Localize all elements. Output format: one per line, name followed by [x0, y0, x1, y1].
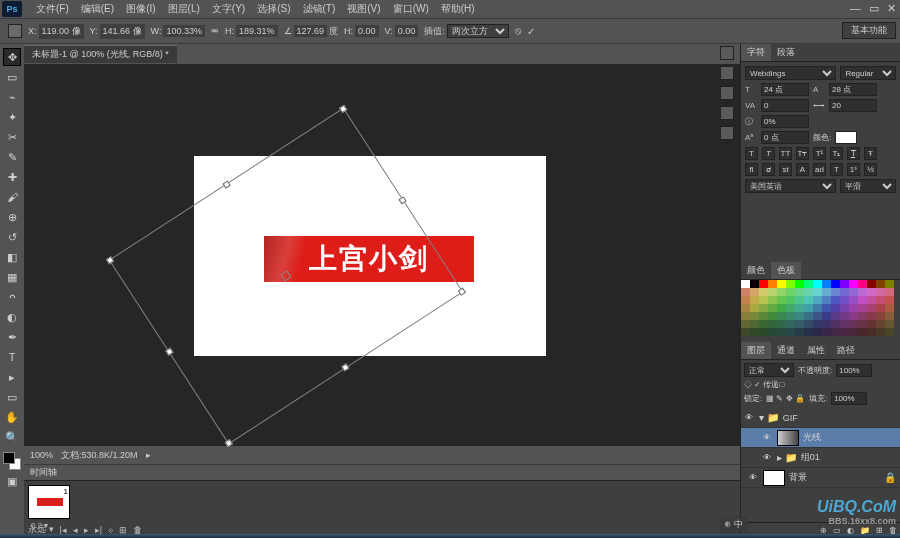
- panel-icon-5[interactable]: [720, 126, 734, 140]
- transform-icon[interactable]: [8, 24, 22, 38]
- shape-tool[interactable]: ▭: [3, 388, 21, 406]
- canvas-viewport[interactable]: 上宫小剑: [24, 64, 740, 446]
- swatch[interactable]: [822, 312, 831, 320]
- swatch[interactable]: [777, 280, 786, 288]
- menu-选择(S)[interactable]: 选择(S): [251, 2, 296, 16]
- swatch[interactable]: [795, 312, 804, 320]
- swatch[interactable]: [813, 296, 822, 304]
- text-color-swatch[interactable]: [835, 131, 857, 144]
- swatch[interactable]: [885, 304, 894, 312]
- menu-文字(Y)[interactable]: 文字(Y): [206, 2, 251, 16]
- move-tool[interactable]: ✥: [3, 48, 21, 66]
- swatch[interactable]: [831, 320, 840, 328]
- swatch[interactable]: [858, 296, 867, 304]
- sub-button[interactable]: T₁: [830, 147, 843, 160]
- fg-bg-colors[interactable]: [3, 452, 21, 470]
- panel-icon-4[interactable]: [720, 106, 734, 120]
- caps-button[interactable]: TT: [779, 147, 792, 160]
- swatch[interactable]: [840, 304, 849, 312]
- swatch[interactable]: [849, 304, 858, 312]
- crop-tool[interactable]: ✂: [3, 128, 21, 146]
- tl-tween-icon[interactable]: ⟐: [108, 525, 113, 535]
- baseline-input[interactable]: [761, 131, 809, 144]
- history-brush-tool[interactable]: ↺: [3, 228, 21, 246]
- minimize-button[interactable]: —: [850, 2, 861, 15]
- swatch[interactable]: [849, 320, 858, 328]
- layer-item[interactable]: 👁光线: [741, 428, 900, 448]
- cancel-transform-icon[interactable]: ⦸: [515, 25, 521, 37]
- menu-窗口(W)[interactable]: 窗口(W): [387, 2, 435, 16]
- opt-h[interactable]: 189.31%: [236, 25, 278, 37]
- swatch[interactable]: [849, 312, 858, 320]
- swatch[interactable]: [867, 296, 876, 304]
- swatch[interactable]: [795, 320, 804, 328]
- aa-select[interactable]: 平滑: [840, 179, 896, 193]
- swatch[interactable]: [768, 328, 777, 336]
- swatch[interactable]: [822, 304, 831, 312]
- swatch[interactable]: [741, 280, 750, 288]
- kerning-input[interactable]: [761, 99, 809, 112]
- tab-swatches[interactable]: 色板: [771, 262, 801, 279]
- eyedropper-tool[interactable]: ✎: [3, 148, 21, 166]
- blend-mode-select[interactable]: 正常: [744, 363, 794, 377]
- swatch[interactable]: [840, 320, 849, 328]
- swatch[interactable]: [840, 280, 849, 288]
- swatch[interactable]: [777, 320, 786, 328]
- swatch[interactable]: [813, 304, 822, 312]
- swatch[interactable]: [741, 288, 750, 296]
- panel-icon-3[interactable]: [720, 86, 734, 100]
- workspace-switcher[interactable]: 基本功能: [842, 22, 896, 39]
- swatch[interactable]: [786, 296, 795, 304]
- lang-select[interactable]: 美国英语: [745, 179, 836, 193]
- swatch[interactable]: [885, 328, 894, 336]
- hand-tool[interactable]: ✋: [3, 408, 21, 426]
- swatch[interactable]: [840, 312, 849, 320]
- frame-1[interactable]: 1 0.2 ▾: [28, 485, 70, 519]
- font-style-select[interactable]: Regular: [840, 66, 896, 80]
- swatch[interactable]: [741, 304, 750, 312]
- italic-button[interactable]: T: [762, 147, 775, 160]
- swatch[interactable]: [876, 296, 885, 304]
- swatch[interactable]: [759, 328, 768, 336]
- swatch[interactable]: [741, 312, 750, 320]
- swatch[interactable]: [885, 288, 894, 296]
- tab-colors[interactable]: 颜色: [741, 262, 771, 279]
- swatch[interactable]: [867, 288, 876, 296]
- dodge-tool[interactable]: ◐: [3, 308, 21, 326]
- swatch[interactable]: [786, 312, 795, 320]
- swatch[interactable]: [858, 312, 867, 320]
- panel-icon-1[interactable]: [720, 46, 734, 60]
- layer-group-gif[interactable]: 👁 ▾ 📁 GIF: [741, 408, 900, 428]
- lasso-tool[interactable]: ⌁: [3, 88, 21, 106]
- font-size-input[interactable]: [761, 83, 809, 96]
- swatch[interactable]: [876, 312, 885, 320]
- swatch[interactable]: [831, 328, 840, 336]
- canvas[interactable]: 上宫小剑: [194, 156, 546, 356]
- opt-w[interactable]: 100.33%: [163, 25, 205, 37]
- layer-item[interactable]: 👁▸ 📁组01: [741, 448, 900, 468]
- strike-button[interactable]: Ŧ: [864, 147, 877, 160]
- pen-tool[interactable]: ✒: [3, 328, 21, 346]
- swatch[interactable]: [768, 288, 777, 296]
- swatch[interactable]: [750, 296, 759, 304]
- document-tab[interactable]: 未标题-1 @ 100% (光线, RGB/8) *: [24, 45, 177, 63]
- zoom-level[interactable]: 100%: [30, 450, 53, 460]
- swatch[interactable]: [858, 320, 867, 328]
- maximize-button[interactable]: ▭: [869, 2, 879, 15]
- swatch[interactable]: [813, 280, 822, 288]
- tl-prev-icon[interactable]: ◂: [73, 525, 78, 535]
- swatch[interactable]: [867, 304, 876, 312]
- marquee-tool[interactable]: ▭: [3, 68, 21, 86]
- leading-input[interactable]: [829, 83, 877, 96]
- menu-视图(V)[interactable]: 视图(V): [341, 2, 386, 16]
- tab-character[interactable]: 字符: [741, 44, 771, 61]
- path-select-tool[interactable]: ▸: [3, 368, 21, 386]
- swatch[interactable]: [876, 288, 885, 296]
- swatch[interactable]: [876, 328, 885, 336]
- swatch[interactable]: [858, 304, 867, 312]
- bold-button[interactable]: T: [745, 147, 758, 160]
- tl-play-icon[interactable]: ▸: [84, 525, 89, 535]
- swatch[interactable]: [831, 288, 840, 296]
- swatch[interactable]: [786, 288, 795, 296]
- tl-delete-icon[interactable]: 🗑: [133, 525, 142, 535]
